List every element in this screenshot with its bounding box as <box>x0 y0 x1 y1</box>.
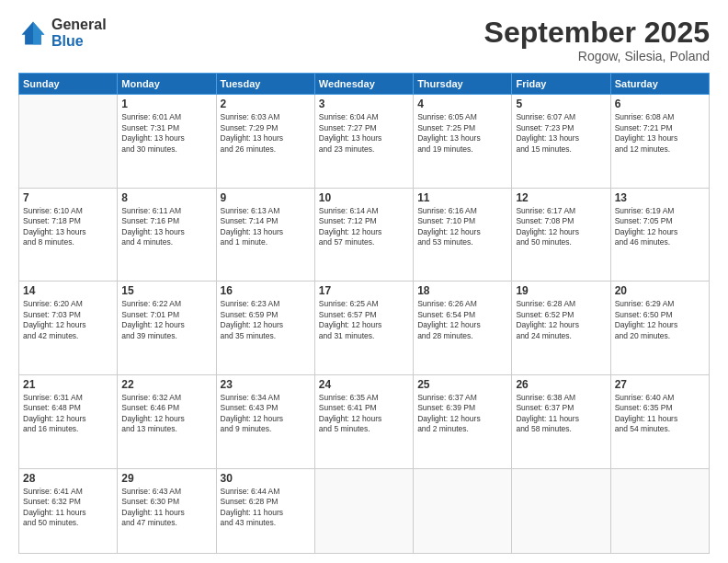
day-info: Sunrise: 6:10 AM Sunset: 7:18 PM Dayligh… <box>23 206 113 248</box>
table-row: 12Sunrise: 6:17 AM Sunset: 7:08 PM Dayli… <box>512 188 610 282</box>
day-number: 5 <box>516 98 606 110</box>
table-row <box>19 95 118 189</box>
day-info: Sunrise: 6:13 AM Sunset: 7:14 PM Dayligh… <box>221 206 311 248</box>
day-info: Sunrise: 6:37 AM Sunset: 6:39 PM Dayligh… <box>417 393 507 435</box>
day-number: 25 <box>417 378 507 391</box>
day-info: Sunrise: 6:08 AM Sunset: 7:21 PM Dayligh… <box>615 112 705 155</box>
day-info: Sunrise: 6:19 AM Sunset: 7:05 PM Dayligh… <box>615 206 705 248</box>
table-row: 22Sunrise: 6:32 AM Sunset: 6:46 PM Dayli… <box>118 375 216 469</box>
day-info: Sunrise: 6:41 AM Sunset: 6:32 PM Dayligh… <box>23 487 113 529</box>
day-number: 29 <box>121 472 211 485</box>
table-row: 9Sunrise: 6:13 AM Sunset: 7:14 PM Daylig… <box>216 188 314 282</box>
calendar-week-row: 28Sunrise: 6:41 AM Sunset: 6:32 PM Dayli… <box>19 468 710 553</box>
table-row: 5Sunrise: 6:07 AM Sunset: 7:23 PM Daylig… <box>512 95 610 189</box>
day-number: 13 <box>615 191 705 204</box>
table-row: 7Sunrise: 6:10 AM Sunset: 7:18 PM Daylig… <box>19 188 118 282</box>
calendar-week-row: 21Sunrise: 6:31 AM Sunset: 6:48 PM Dayli… <box>19 375 710 469</box>
day-number: 15 <box>121 284 211 297</box>
day-number: 8 <box>121 191 211 204</box>
logo-general-text: General <box>51 17 107 33</box>
day-number: 23 <box>221 378 311 391</box>
day-info: Sunrise: 6:03 AM Sunset: 7:29 PM Dayligh… <box>221 112 311 155</box>
table-row <box>414 468 512 553</box>
day-info: Sunrise: 6:28 AM Sunset: 6:52 PM Dayligh… <box>516 299 606 341</box>
table-row: 30Sunrise: 6:44 AM Sunset: 6:28 PM Dayli… <box>216 468 314 553</box>
calendar-week-row: 14Sunrise: 6:20 AM Sunset: 7:03 PM Dayli… <box>19 282 710 375</box>
day-info: Sunrise: 6:26 AM Sunset: 6:54 PM Dayligh… <box>417 299 507 341</box>
table-row: 4Sunrise: 6:05 AM Sunset: 7:25 PM Daylig… <box>414 95 512 189</box>
day-info: Sunrise: 6:34 AM Sunset: 6:43 PM Dayligh… <box>221 393 311 435</box>
day-number: 9 <box>221 191 311 204</box>
day-info: Sunrise: 6:23 AM Sunset: 6:59 PM Dayligh… <box>221 299 311 341</box>
day-number: 22 <box>121 378 211 391</box>
day-number: 20 <box>615 284 705 297</box>
day-number: 10 <box>319 191 409 204</box>
day-info: Sunrise: 6:29 AM Sunset: 6:50 PM Dayligh… <box>615 299 705 341</box>
day-info: Sunrise: 6:01 AM Sunset: 7:31 PM Dayligh… <box>121 112 211 155</box>
table-row: 13Sunrise: 6:19 AM Sunset: 7:05 PM Dayli… <box>610 188 709 282</box>
day-info: Sunrise: 6:44 AM Sunset: 6:28 PM Dayligh… <box>221 487 311 529</box>
page: General Blue September 2025 Rogow, Siles… <box>0 0 728 563</box>
day-number: 7 <box>23 191 113 204</box>
day-number: 2 <box>221 98 311 110</box>
col-wednesday: Wednesday <box>314 74 413 95</box>
logo-icon <box>18 18 48 48</box>
table-row <box>610 468 709 553</box>
day-info: Sunrise: 6:20 AM Sunset: 7:03 PM Dayligh… <box>23 299 113 341</box>
table-row: 21Sunrise: 6:31 AM Sunset: 6:48 PM Dayli… <box>19 375 118 469</box>
day-number: 6 <box>615 98 705 110</box>
day-number: 21 <box>23 378 113 391</box>
table-row: 1Sunrise: 6:01 AM Sunset: 7:31 PM Daylig… <box>118 95 216 189</box>
day-info: Sunrise: 6:38 AM Sunset: 6:37 PM Dayligh… <box>516 393 606 435</box>
day-info: Sunrise: 6:22 AM Sunset: 7:01 PM Dayligh… <box>121 299 211 341</box>
day-number: 1 <box>121 98 211 110</box>
day-info: Sunrise: 6:43 AM Sunset: 6:30 PM Dayligh… <box>121 487 211 529</box>
table-row: 6Sunrise: 6:08 AM Sunset: 7:21 PM Daylig… <box>610 95 709 189</box>
day-info: Sunrise: 6:25 AM Sunset: 6:57 PM Dayligh… <box>319 299 409 341</box>
calendar-week-row: 1Sunrise: 6:01 AM Sunset: 7:31 PM Daylig… <box>19 95 710 189</box>
calendar-header-row: Sunday Monday Tuesday Wednesday Thursday… <box>19 74 710 95</box>
table-row: 27Sunrise: 6:40 AM Sunset: 6:35 PM Dayli… <box>610 375 709 469</box>
day-info: Sunrise: 6:14 AM Sunset: 7:12 PM Dayligh… <box>319 206 409 248</box>
day-info: Sunrise: 6:17 AM Sunset: 7:08 PM Dayligh… <box>516 206 606 248</box>
col-tuesday: Tuesday <box>216 74 314 95</box>
title-block: September 2025 Rogow, Silesia, Poland <box>484 17 710 63</box>
table-row: 11Sunrise: 6:16 AM Sunset: 7:10 PM Dayli… <box>414 188 512 282</box>
day-number: 28 <box>23 472 113 485</box>
table-row: 8Sunrise: 6:11 AM Sunset: 7:16 PM Daylig… <box>118 188 216 282</box>
day-info: Sunrise: 6:05 AM Sunset: 7:25 PM Dayligh… <box>417 112 507 155</box>
col-sunday: Sunday <box>19 74 118 95</box>
day-info: Sunrise: 6:32 AM Sunset: 6:46 PM Dayligh… <box>121 393 211 435</box>
table-row: 16Sunrise: 6:23 AM Sunset: 6:59 PM Dayli… <box>216 282 314 375</box>
day-info: Sunrise: 6:35 AM Sunset: 6:41 PM Dayligh… <box>319 393 409 435</box>
day-number: 3 <box>319 98 409 110</box>
day-number: 17 <box>319 284 409 297</box>
logo-text: General Blue <box>51 17 107 49</box>
header: General Blue September 2025 Rogow, Siles… <box>18 17 710 63</box>
logo: General Blue <box>18 17 107 49</box>
day-number: 16 <box>221 284 311 297</box>
table-row: 24Sunrise: 6:35 AM Sunset: 6:41 PM Dayli… <box>314 375 413 469</box>
col-thursday: Thursday <box>414 74 512 95</box>
table-row: 18Sunrise: 6:26 AM Sunset: 6:54 PM Dayli… <box>414 282 512 375</box>
day-info: Sunrise: 6:11 AM Sunset: 7:16 PM Dayligh… <box>121 206 211 248</box>
table-row: 26Sunrise: 6:38 AM Sunset: 6:37 PM Dayli… <box>512 375 610 469</box>
day-number: 4 <box>417 98 507 110</box>
svg-marker-1 <box>33 21 44 44</box>
col-saturday: Saturday <box>610 74 709 95</box>
table-row: 28Sunrise: 6:41 AM Sunset: 6:32 PM Dayli… <box>19 468 118 553</box>
table-row: 20Sunrise: 6:29 AM Sunset: 6:50 PM Dayli… <box>610 282 709 375</box>
day-number: 11 <box>417 191 507 204</box>
day-number: 30 <box>221 472 311 485</box>
day-info: Sunrise: 6:31 AM Sunset: 6:48 PM Dayligh… <box>23 393 113 435</box>
location: Rogow, Silesia, Poland <box>484 49 710 63</box>
table-row: 10Sunrise: 6:14 AM Sunset: 7:12 PM Dayli… <box>314 188 413 282</box>
month-title: September 2025 <box>484 17 710 49</box>
table-row <box>512 468 610 553</box>
day-number: 26 <box>516 378 606 391</box>
calendar-week-row: 7Sunrise: 6:10 AM Sunset: 7:18 PM Daylig… <box>19 188 710 282</box>
table-row: 29Sunrise: 6:43 AM Sunset: 6:30 PM Dayli… <box>118 468 216 553</box>
day-info: Sunrise: 6:04 AM Sunset: 7:27 PM Dayligh… <box>319 112 409 155</box>
table-row: 19Sunrise: 6:28 AM Sunset: 6:52 PM Dayli… <box>512 282 610 375</box>
day-number: 14 <box>23 284 113 297</box>
